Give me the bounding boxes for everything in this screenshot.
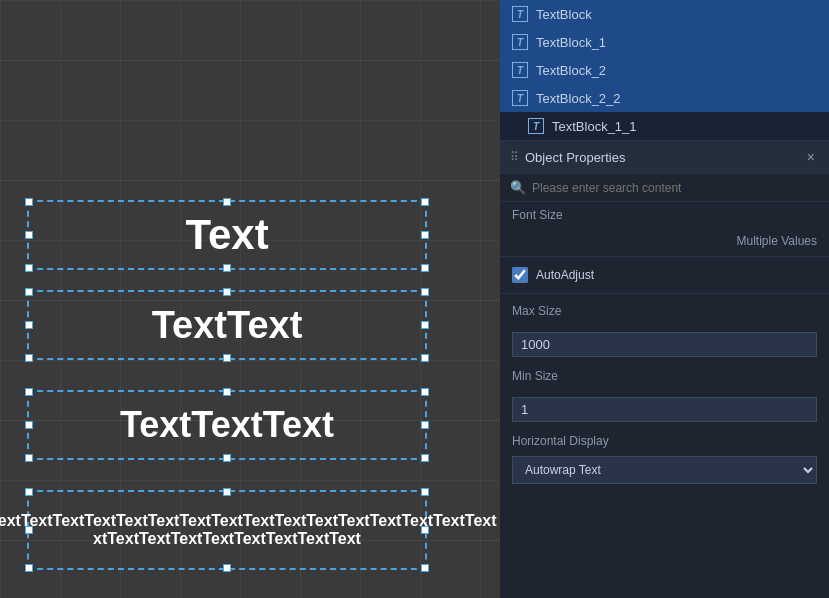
- hierarchy-item-textblock11-label: TextBlock_1_1: [552, 119, 637, 134]
- auto-adjust-label: AutoAdjust: [536, 268, 594, 282]
- drag-handle-icon[interactable]: ⠿: [510, 150, 519, 164]
- hierarchy-item-textblock-label: TextBlock: [536, 7, 592, 22]
- handle-br-4[interactable]: [421, 564, 429, 572]
- textblock11-icon: T: [528, 118, 544, 134]
- max-size-input[interactable]: [512, 332, 817, 357]
- textblock1-icon: T: [512, 34, 528, 50]
- handle-bl-3[interactable]: [25, 454, 33, 462]
- handle-tl-3[interactable]: [25, 388, 33, 396]
- search-icon: 🔍: [510, 180, 526, 195]
- handle-mr-2[interactable]: [421, 321, 429, 329]
- text-block-4[interactable]: TextTextTextTextTextTextTextTextTextText…: [27, 490, 427, 570]
- handle-br-3[interactable]: [421, 454, 429, 462]
- divider-1: [500, 256, 829, 257]
- horizontal-display-label: Horizontal Display: [512, 434, 817, 448]
- handle-br-1[interactable]: [421, 264, 429, 272]
- handle-tl-4[interactable]: [25, 488, 33, 496]
- hierarchy-item-textblock22-label: TextBlock_2_2: [536, 91, 621, 106]
- horizontal-display-select[interactable]: Autowrap Text Clip Text Scroll Text: [512, 456, 817, 484]
- textblock22-icon: T: [512, 90, 528, 106]
- font-size-label: Font Size: [512, 208, 817, 222]
- handle-tr-2[interactable]: [421, 288, 429, 296]
- font-size-row: Font Size: [500, 202, 829, 230]
- handle-ml-4[interactable]: [25, 526, 33, 534]
- handle-bm-3[interactable]: [223, 454, 231, 462]
- canvas-panel: Text TextText TextTextText TextTextTex: [0, 0, 500, 598]
- handle-bl-1[interactable]: [25, 264, 33, 272]
- max-size-label: Max Size: [512, 304, 817, 318]
- handle-tm-2[interactable]: [223, 288, 231, 296]
- handle-br-2[interactable]: [421, 354, 429, 362]
- hierarchy-item-textblock11[interactable]: T TextBlock_1_1: [500, 112, 829, 140]
- text-block-1[interactable]: Text: [27, 200, 427, 270]
- auto-adjust-checkbox[interactable]: [512, 267, 528, 283]
- auto-adjust-row: AutoAdjust: [500, 261, 829, 289]
- handle-ml-2[interactable]: [25, 321, 33, 329]
- right-panel: T TextBlock T TextBlock_1 T TextBlock_2 …: [500, 0, 829, 598]
- handle-ml-3[interactable]: [25, 421, 33, 429]
- handle-mr-4[interactable]: [421, 526, 429, 534]
- handle-mr-1[interactable]: [421, 231, 429, 239]
- hierarchy-item-textblock22[interactable]: T TextBlock_2_2: [500, 84, 829, 112]
- properties-header: ⠿ Object Properties ×: [500, 141, 829, 174]
- handle-bm-4[interactable]: [223, 564, 231, 572]
- handle-bl-4[interactable]: [25, 564, 33, 572]
- handle-bm-2[interactable]: [223, 354, 231, 362]
- handle-tr-3[interactable]: [421, 388, 429, 396]
- multiple-values-text: Multiple Values: [500, 230, 829, 252]
- text-block-3-content: TextTextText: [120, 404, 334, 446]
- min-size-input[interactable]: [512, 397, 817, 422]
- search-bar: 🔍: [500, 174, 829, 202]
- hierarchy-item-textblock[interactable]: T TextBlock: [500, 0, 829, 28]
- properties-title: Object Properties: [525, 150, 797, 165]
- hierarchy-panel: T TextBlock T TextBlock_1 T TextBlock_2 …: [500, 0, 829, 141]
- min-size-row: Min Size: [500, 363, 829, 391]
- properties-panel: ⠿ Object Properties × 🔍 Font Size Multip…: [500, 141, 829, 598]
- handle-bm-1[interactable]: [223, 264, 231, 272]
- close-button[interactable]: ×: [803, 147, 819, 167]
- handle-tl-1[interactable]: [25, 198, 33, 206]
- textblock2-icon: T: [512, 62, 528, 78]
- text-block-3[interactable]: TextTextText: [27, 390, 427, 460]
- search-input[interactable]: [532, 181, 819, 195]
- handle-tr-1[interactable]: [421, 198, 429, 206]
- hierarchy-item-textblock2[interactable]: T TextBlock_2: [500, 56, 829, 84]
- handle-mr-3[interactable]: [421, 421, 429, 429]
- handle-tm-3[interactable]: [223, 388, 231, 396]
- handle-ml-1[interactable]: [25, 231, 33, 239]
- min-size-input-row: [500, 391, 829, 428]
- text-block-2[interactable]: TextText: [27, 290, 427, 360]
- hierarchy-item-textblock2-label: TextBlock_2: [536, 63, 606, 78]
- text-block-2-content: TextText: [152, 304, 303, 347]
- handle-bl-2[interactable]: [25, 354, 33, 362]
- max-size-input-row: [500, 326, 829, 363]
- hierarchy-item-textblock1[interactable]: T TextBlock_1: [500, 28, 829, 56]
- handle-tl-2[interactable]: [25, 288, 33, 296]
- min-size-label: Min Size: [512, 369, 817, 383]
- max-size-row: Max Size: [500, 298, 829, 326]
- textblock-icon: T: [512, 6, 528, 22]
- handle-tm-1[interactable]: [223, 198, 231, 206]
- handle-tm-4[interactable]: [223, 488, 231, 496]
- handle-tr-4[interactable]: [421, 488, 429, 496]
- horizontal-display-row: Horizontal Display: [500, 428, 829, 456]
- divider-2: [500, 293, 829, 294]
- hierarchy-item-textblock1-label: TextBlock_1: [536, 35, 606, 50]
- text-block-1-content: Text: [185, 211, 268, 259]
